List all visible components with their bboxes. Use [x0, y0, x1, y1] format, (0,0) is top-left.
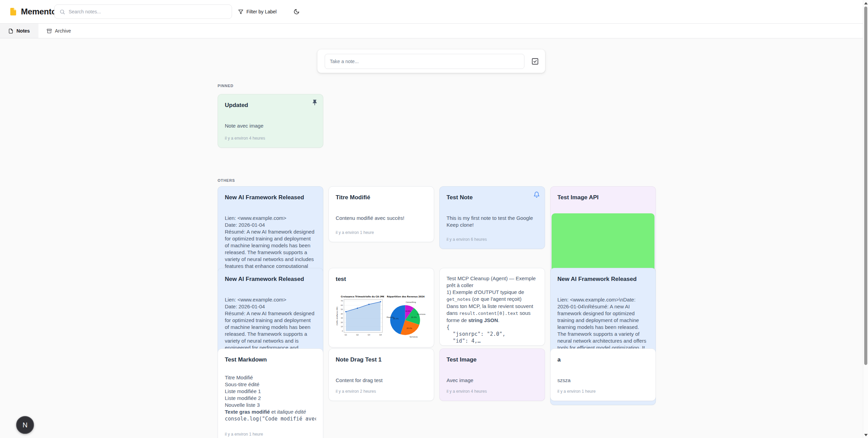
tab-notes-label: Notes [16, 28, 30, 34]
search-input[interactable] [69, 9, 227, 14]
tab-archive-label: Archive [55, 28, 71, 34]
note-title: Test Image API [557, 193, 649, 202]
note-title: a [557, 356, 649, 364]
mcp-paragraph-1: Test MCP Cleanup (Agent) — Exemple prêt … [447, 275, 536, 288]
note-timestamp: il y a environ 1 heure [225, 432, 316, 437]
svg-text:60: 60 [341, 304, 343, 306]
svg-text:10: 10 [341, 325, 343, 328]
tab-bar: Notes Archive [0, 23, 868, 38]
mcp-code-line-1: { [447, 324, 538, 331]
note-timestamp: il y a environ 1 heure [336, 226, 427, 235]
filter-by-label-button[interactable]: Filter by Label [238, 7, 277, 16]
md-line: Titre Modifié [225, 374, 316, 381]
note-timestamp: il y a environ 1 heure [557, 385, 649, 394]
note-content: Test MCP Cleanup (Agent) — Exemple prêt … [447, 275, 538, 344]
svg-text:10.0%: 10.0% [405, 310, 410, 312]
note-card-updated[interactable]: Updated Note avec image il y a environ 4… [218, 94, 323, 148]
scrollbar-thumb[interactable] [864, 7, 867, 365]
note-timestamp: il y a environ 4 heures [225, 132, 316, 141]
moon-icon [293, 9, 300, 15]
svg-text:50: 50 [341, 308, 343, 310]
note-title: Test Image [447, 356, 538, 364]
check-square-icon [531, 58, 539, 65]
note-card-drag-test[interactable]: Note Drag Test 1 Content for drag test i… [328, 348, 434, 401]
dark-mode-toggle[interactable] [291, 6, 302, 17]
md-line: Liste modifiée 2 [225, 395, 316, 402]
note-card-test-charts[interactable]: test Croissance Trimestrielle du CA (M€)… [328, 268, 434, 347]
note-title: New AI Framework Released [225, 275, 316, 283]
search-icon [59, 9, 65, 15]
filter-icon [238, 9, 243, 14]
avatar-initial: N [23, 421, 27, 429]
scrollbar-up-arrow[interactable] [864, 2, 868, 4]
archive-icon [47, 28, 52, 34]
note-timestamp: il y a environ 6 heures [447, 233, 538, 242]
note-content: Content for drag test [336, 377, 427, 384]
note-title: New AI Framework Released [557, 275, 649, 283]
page-scrollbar[interactable] [863, 0, 868, 438]
note-content: Contenu modifié avec succès! [336, 215, 427, 222]
search-bar[interactable] [54, 4, 232, 19]
note-composer [317, 49, 545, 73]
svg-text:Croissance Trimestrielle du CA: Croissance Trimestrielle du CA (M€) [341, 295, 384, 298]
new-checklist-button[interactable] [531, 58, 539, 65]
scrollbar-down-arrow[interactable] [864, 434, 868, 436]
note-title: New AI Framework Released [225, 193, 316, 202]
note-content: Titre Modifié Sous-titre édité Liste mod… [225, 374, 316, 422]
take-a-note-input[interactable] [325, 54, 524, 69]
memento-logo-icon [9, 8, 18, 16]
svg-text:Q4: Q4 [379, 334, 382, 336]
pie-chart-image: Répartition des Revenus 202410.0%Consult… [385, 293, 427, 340]
svg-text:Q2: Q2 [356, 334, 359, 336]
tab-notes[interactable]: Notes [0, 24, 38, 38]
note-card-a[interactable]: a szsza il y a environ 1 heure [550, 348, 656, 401]
tab-archive[interactable]: Archive [38, 24, 79, 38]
app-header: Memento Filter by Label [0, 0, 868, 23]
note-timestamp: il y a environ 4 heures [447, 385, 538, 394]
md-code-line: console.log("Code modifié avec succè [225, 415, 316, 422]
reminder-bell-icon[interactable] [533, 191, 540, 198]
note-title: Note Drag Test 1 [336, 356, 427, 364]
svg-text:Chiffre d'affaires (M€): Chiffre d'affaires (M€) [336, 307, 338, 325]
mcp-code-line-3: "id": 4,… [447, 338, 538, 344]
svg-text:0: 0 [342, 330, 343, 332]
note-content: szsza [557, 377, 649, 384]
note-content: Note avec image [225, 122, 316, 129]
user-avatar[interactable]: N [16, 416, 34, 434]
line-chart-image: Croissance Trimestrielle du CA (M€)Chiff… [336, 293, 384, 340]
app-title: Memento [21, 7, 56, 16]
md-line: Sous-titre édité [225, 381, 316, 388]
mcp-code-line-2: "jsonrpc": "2.0", [447, 331, 538, 338]
note-title: Updated [225, 101, 316, 109]
svg-text:40: 40 [341, 313, 343, 315]
md-line: Nouvelle liste 3 [225, 402, 316, 409]
note-card-test-note[interactable]: Test Note This is my first note to test … [439, 186, 545, 249]
svg-text:30: 30 [341, 317, 343, 319]
filter-button-label: Filter by Label [246, 9, 277, 14]
note-card-test-image[interactable]: Test Image Avec image il y a environ 4 h… [439, 348, 545, 401]
note-card-mcp-cleanup[interactable]: Test MCP Cleanup (Agent) — Exemple prêt … [439, 268, 545, 346]
svg-text:Q3: Q3 [368, 334, 370, 336]
mcp-paragraph-2: 1) Exemple d'OUTPUT typique de get_notes… [447, 289, 538, 303]
svg-text:Consulting: Consulting [406, 301, 416, 304]
brand: Memento [9, 0, 56, 23]
note-file-icon [8, 28, 13, 34]
svg-text:20: 20 [341, 321, 343, 323]
svg-text:Q1: Q1 [345, 334, 347, 336]
note-content: Lien: <www.example.com> Date: 2026-01-04… [225, 296, 316, 351]
pinned-section-label: PINNED [218, 84, 233, 88]
note-title: test [336, 275, 427, 283]
note-content: This is my first note to test the Google… [447, 215, 538, 228]
svg-text:Licences: Licences [417, 313, 425, 315]
note-card-titre-modifie[interactable]: Titre Modifié Contenu modifié avec succè… [328, 186, 434, 242]
note-card-test-markdown[interactable]: Test Markdown Titre Modifié Sous-titre é… [218, 348, 323, 438]
svg-text:25.0%: 25.0% [406, 327, 412, 329]
md-line: Liste modifiée 1 [225, 388, 316, 395]
svg-text:20.0%: 20.0% [411, 316, 417, 318]
others-section-label: OTHERS [218, 178, 235, 182]
pin-icon[interactable] [311, 99, 318, 106]
svg-text:Services: Services [409, 336, 418, 338]
note-title: Test Markdown [225, 356, 316, 364]
note-timestamp: il y a environ 2 heures [336, 385, 427, 394]
svg-text:Produits: Produits [386, 316, 394, 318]
